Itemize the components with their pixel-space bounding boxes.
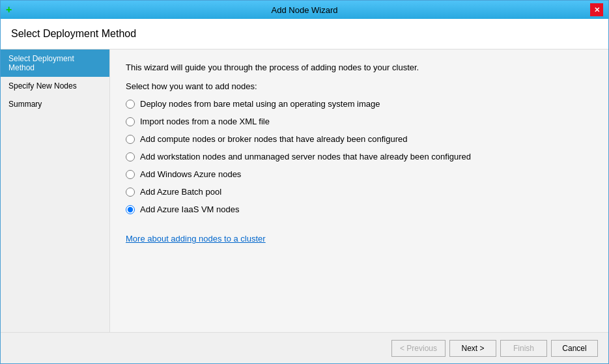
next-button[interactable]: Next > [449, 340, 496, 357]
sidebar-item-summary[interactable]: Summary [1, 95, 109, 113]
link-area: More about adding nodes to a cluster [126, 234, 593, 244]
radio-item-4[interactable]: Add workstation nodes and unmanaged serv… [126, 152, 593, 161]
sidebar-item-select-deployment[interactable]: Select Deployment Method [1, 49, 109, 77]
help-link[interactable]: More about adding nodes to a cluster [126, 234, 266, 244]
window-title: Add Node Wizard [272, 5, 338, 15]
window-icon: + [6, 4, 12, 16]
radio-label-3: Add compute nodes or broker nodes that h… [140, 134, 408, 144]
radio-opt5[interactable] [126, 170, 135, 179]
footer: < Previous Next > Finish Cancel [1, 332, 608, 363]
radio-opt2[interactable] [126, 117, 135, 126]
title-bar: + Add Node Wizard ✕ [1, 1, 608, 19]
page-title-bar: Select Deployment Method [1, 19, 608, 49]
title-bar-left: + [6, 4, 12, 16]
radio-item-6[interactable]: Add Azure Batch pool [126, 187, 593, 197]
main-content: Select Deployment Method Specify New Nod… [1, 49, 608, 332]
sidebar: Select Deployment Method Specify New Nod… [1, 49, 110, 332]
deployment-options: Deploy nodes from bare metal using an op… [126, 99, 593, 214]
finish-button[interactable]: Finish [500, 340, 547, 357]
radio-item-1[interactable]: Deploy nodes from bare metal using an op… [126, 99, 593, 109]
radio-opt7[interactable] [126, 205, 135, 214]
radio-label-6: Add Azure Batch pool [140, 187, 221, 197]
radio-item-5[interactable]: Add Windows Azure nodes [126, 169, 593, 179]
radio-item-7[interactable]: Add Azure IaaS VM nodes [126, 204, 593, 214]
close-button[interactable]: ✕ [590, 3, 603, 16]
radio-item-3[interactable]: Add compute nodes or broker nodes that h… [126, 134, 593, 144]
radio-label-5: Add Windows Azure nodes [140, 169, 241, 179]
radio-label-4: Add workstation nodes and unmanaged serv… [140, 152, 471, 161]
radio-opt4[interactable] [126, 152, 135, 161]
radio-opt3[interactable] [126, 135, 135, 144]
radio-label-7: Add Azure IaaS VM nodes [140, 204, 239, 214]
radio-label-2: Import nodes from a node XML file [140, 117, 270, 126]
radio-opt6[interactable] [126, 188, 135, 197]
wizard-window: + Add Node Wizard ✕ Select Deployment Me… [0, 0, 609, 364]
radio-opt1[interactable] [126, 100, 135, 109]
cancel-button[interactable]: Cancel [551, 340, 598, 357]
radio-item-2[interactable]: Import nodes from a node XML file [126, 117, 593, 126]
radio-label-1: Deploy nodes from bare metal using an op… [140, 99, 380, 109]
page-title: Select Deployment Method [11, 28, 136, 39]
content-area: This wizard will guide you through the p… [110, 49, 608, 332]
sidebar-item-specify-nodes[interactable]: Specify New Nodes [1, 77, 109, 95]
previous-button[interactable]: < Previous [391, 340, 446, 357]
select-label: Select how you want to add nodes: [126, 81, 593, 91]
intro-text: This wizard will guide you through the p… [126, 63, 593, 72]
